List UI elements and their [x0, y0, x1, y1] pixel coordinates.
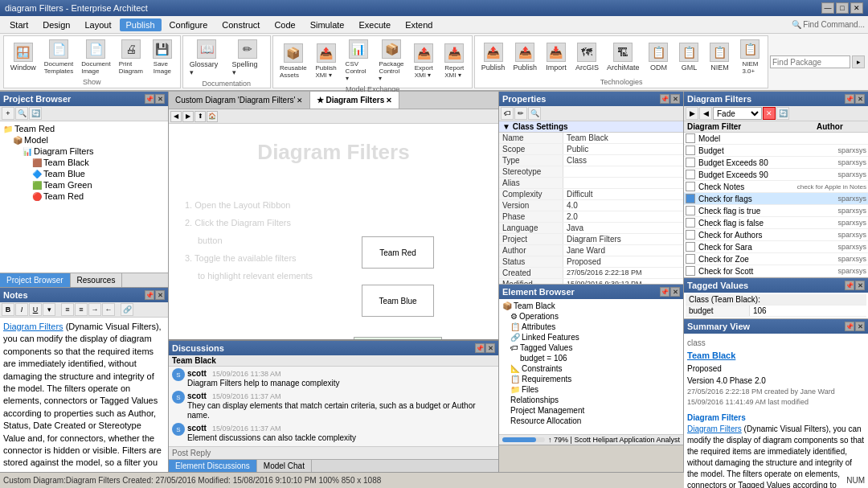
elem-item-tagged[interactable]: 🏷 Tagged Values	[501, 342, 682, 353]
notes-btn-outdent[interactable]: ←	[102, 303, 115, 316]
tree-item-team-red-root[interactable]: 📁 Team Red	[2, 123, 166, 134]
pb-search-btn[interactable]: 🔍	[15, 107, 28, 120]
df-check-check-notes[interactable]	[686, 182, 695, 191]
df-row-check-zoe[interactable]: Check for Zoe sparxsys	[684, 253, 868, 265]
menu-construct[interactable]: Construct	[215, 18, 266, 31]
df-btn-back[interactable]: ◀	[699, 107, 712, 120]
ribbon-btn-window[interactable]: 🪟 Window	[7, 41, 39, 73]
df-fade-select[interactable]: Fade Hide Highlight	[713, 107, 762, 120]
notes-pin-btn[interactable]: 📌	[145, 290, 154, 300]
diagram-tab-main-close[interactable]: ✕	[386, 96, 392, 105]
pb-new-btn[interactable]: +	[2, 107, 14, 120]
elem-item-requirements[interactable]: 📋 Requirements	[501, 374, 682, 384]
tv-pin-btn[interactable]: 📌	[845, 281, 854, 290]
props-btn-edit[interactable]: ✏	[514, 107, 527, 120]
ribbon-btn-publish2[interactable]: 📤 Publish	[510, 41, 540, 73]
df-check-check-flags[interactable]	[686, 194, 695, 203]
disc-post-reply[interactable]: Post Reply	[169, 446, 498, 459]
diagram-tab-custom[interactable]: Custom Diagram 'Diagram Filters' ✕	[169, 92, 310, 109]
diagram-element-team-red[interactable]: Team Red	[362, 236, 434, 269]
menu-layout[interactable]: Layout	[78, 18, 117, 31]
sv-close-btn[interactable]: ✕	[855, 322, 865, 331]
df-row-check-sara[interactable]: Check for Sara sparxsys	[684, 241, 868, 253]
df-close-btn[interactable]: ✕	[855, 94, 865, 104]
df-row-budget-80[interactable]: Budget Exceeds 80 sparxsys	[684, 157, 868, 169]
df-btn-x[interactable]: ✕	[763, 107, 776, 120]
notes-btn-link[interactable]: 🔗	[121, 303, 133, 316]
notes-btn-i[interactable]: I	[15, 303, 28, 316]
elem-item-relationships[interactable]: Relationships	[501, 395, 682, 405]
df-row-model[interactable]: Model	[684, 133, 868, 145]
elem-item-operations[interactable]: ⚙ Operations	[501, 311, 682, 322]
diagram-nav-fwd[interactable]: ▶	[182, 111, 194, 122]
props-btn-tag[interactable]: 🏷	[501, 107, 514, 120]
diagram-nav-home[interactable]: 🏠	[207, 111, 218, 122]
df-row-check-scott[interactable]: Check for Scott sparxsys	[684, 265, 868, 277]
menu-simulate[interactable]: Simulate	[304, 18, 351, 31]
menu-configure[interactable]: Configure	[163, 18, 215, 31]
discussions-close-btn[interactable]: ✕	[485, 343, 495, 353]
diagram-nav-up[interactable]: ⬆	[194, 111, 206, 122]
tab-resources[interactable]: Resources	[71, 273, 123, 287]
df-row-check-notes[interactable]: Check Notes check for Apple in Notes	[684, 181, 868, 193]
notes-btn-indent[interactable]: →	[88, 303, 101, 316]
df-row-budget[interactable]: Budget sparxsys	[684, 145, 868, 157]
props-btn-search[interactable]: 🔍	[528, 107, 541, 120]
df-check-sara[interactable]	[686, 242, 695, 252]
df-row-flag-true[interactable]: Check flag is true sparxsys	[684, 205, 868, 217]
ribbon-btn-spelling[interactable]: ✏ Spelling ▾	[229, 38, 267, 78]
tree-item-team-red[interactable]: 🔴 Team Red	[2, 191, 166, 202]
elem-item-budget[interactable]: budget = 106	[501, 353, 682, 363]
sv-pin-btn[interactable]: 📌	[845, 322, 854, 331]
ribbon-btn-reusable[interactable]: 📦 ReusableAssets	[276, 42, 310, 80]
diagram-tab-custom-close[interactable]: ✕	[297, 96, 303, 105]
ribbon-btn-export-xmi[interactable]: 📤 ExportXMI ▾	[409, 42, 438, 80]
tree-item-diagram-filters[interactable]: 📊 Diagram Filters	[2, 146, 166, 157]
maximize-btn[interactable]: □	[836, 2, 849, 14]
df-row-budget-90[interactable]: Budget Exceeds 90 sparxsys	[684, 169, 868, 181]
tab-project-browser[interactable]: Project Browser	[0, 273, 71, 287]
tree-item-model[interactable]: 📦 Model	[2, 134, 166, 146]
elem-pin-btn[interactable]: 📌	[660, 287, 669, 297]
ribbon-btn-publish-xmi[interactable]: 📤 PublishXMI ▾	[312, 42, 341, 80]
df-check-model[interactable]	[686, 133, 695, 143]
notes-diagram-filters-link[interactable]: Diagram Filters	[3, 322, 63, 331]
disc-tab-model[interactable]: Model Chat	[257, 460, 312, 472]
minimize-btn[interactable]: —	[821, 2, 834, 14]
df-row-check-flags[interactable]: Check for flags sparxsys	[684, 193, 868, 205]
df-check-zoe[interactable]	[686, 254, 695, 264]
ribbon-btn-odm[interactable]: 📋 ODM	[644, 41, 673, 73]
pb-refresh-btn[interactable]: 🔄	[29, 107, 42, 120]
elem-item-resource[interactable]: Resource Allocation	[501, 416, 682, 426]
props-pin-btn[interactable]: 📌	[660, 94, 669, 104]
ribbon-btn-report-xmi[interactable]: 📥 ReportXMI ▾	[440, 42, 469, 80]
ribbon-btn-package[interactable]: 📦 PackageControl ▾	[375, 38, 407, 84]
menu-design[interactable]: Design	[36, 18, 76, 31]
ribbon-btn-niem30[interactable]: 📋 NIEM3.0+	[735, 38, 764, 76]
menu-extend[interactable]: Extend	[399, 18, 439, 31]
df-check-authors[interactable]	[686, 230, 695, 240]
props-close-btn[interactable]: ✕	[670, 94, 680, 104]
df-row-check-authors[interactable]: Check for Authors sparxsys	[684, 229, 868, 241]
diagram-nav-back[interactable]: ◀	[170, 111, 182, 122]
df-check-budget-90[interactable]	[686, 170, 695, 179]
ribbon-btn-import[interactable]: 📥 Import	[542, 41, 571, 73]
ribbon-btn-doc-image[interactable]: 📄 DocumentImage	[78, 38, 113, 76]
props-section-class[interactable]: ▼ Class Settings	[499, 121, 683, 133]
elem-item-attributes[interactable]: 📋 Attributes	[501, 322, 682, 332]
pb-close-btn[interactable]: ✕	[155, 94, 165, 104]
df-pin-btn[interactable]: 📌	[845, 94, 854, 104]
diagram-element-team-green[interactable]: Team Green	[354, 337, 442, 339]
diagram-tab-main[interactable]: ★ Diagram Filters ✕	[310, 92, 399, 109]
find-package-input[interactable]	[770, 55, 850, 68]
ribbon-btn-archimate[interactable]: 🏗 ArchiMate	[604, 41, 643, 73]
ribbon-btn-glossary[interactable]: 📖 Glossary ▾	[186, 38, 227, 78]
df-check-flag-false[interactable]	[686, 218, 695, 228]
df-check-flag-true[interactable]	[686, 206, 695, 215]
elem-item-team-black[interactable]: 📦 Team Black	[501, 301, 682, 311]
discussions-pin-btn[interactable]: 📌	[475, 343, 485, 353]
menu-publish[interactable]: Publish	[120, 18, 162, 31]
menu-code[interactable]: Code	[268, 18, 301, 31]
tree-item-team-black[interactable]: 🟫 Team Black	[2, 157, 166, 168]
tree-item-team-blue[interactable]: 🔷 Team Blue	[2, 168, 166, 179]
